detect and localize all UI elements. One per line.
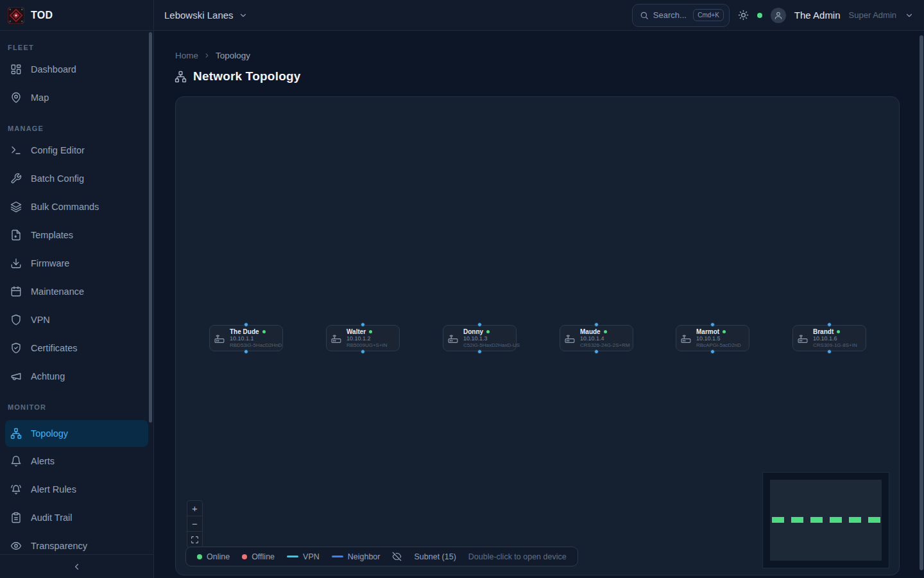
org-name: Lebowski Lanes (164, 10, 234, 21)
sidebar-item-label: Transparency (31, 541, 87, 551)
sidebar-item-alert-rules[interactable]: Alert Rules (5, 480, 148, 498)
router-icon (565, 333, 576, 344)
sidebar-item-bulk-commands[interactable]: Bulk Commands (5, 198, 148, 216)
sidebar-item-achtung[interactable]: Achtung (5, 367, 148, 385)
connection-handle[interactable] (244, 322, 248, 327)
section-label-manage: MANAGE (0, 117, 153, 141)
bell-ring-icon (10, 484, 22, 495)
connection-handle[interactable] (477, 322, 482, 327)
device-node-maude[interactable]: Maude 10.10.1.4 CRS326-24G-2S+RM (560, 325, 633, 351)
sidebar-item-label: Alert Rules (31, 484, 76, 495)
tod-logo-icon (8, 7, 24, 24)
device-node-brandt[interactable]: Brandt 10.10.1.6 CRS309-1G-8S+IN (792, 325, 866, 351)
connection-handle[interactable] (244, 349, 248, 354)
sidebar-item-alerts[interactable]: Alerts (5, 452, 148, 470)
sidebar-item-map[interactable]: Map (5, 89, 148, 107)
legend-vpn: VPN (287, 552, 320, 561)
sun-icon (738, 10, 749, 21)
sidebar-item-maintenance[interactable]: Maintenance (5, 283, 148, 301)
topology-canvas[interactable]: The Dude 10.10.1.1 RBD53iG-5HacD2HnD Wal… (175, 96, 900, 575)
online-status-dot (262, 330, 266, 333)
zoom-in-button[interactable]: + (187, 501, 202, 516)
sidebar-item-vpn[interactable]: VPN (5, 311, 148, 329)
sidebar-item-certificates[interactable]: Certificates (5, 339, 148, 357)
terminal-icon (10, 144, 22, 156)
sidebar-item-audit-trail[interactable]: Audit Trail (5, 509, 148, 527)
subnet-visibility-toggle[interactable] (392, 552, 402, 561)
connection-handle[interactable] (827, 349, 832, 354)
device-model: RBcAPGi-5acD2nD (696, 342, 741, 349)
sidebar-item-batch-config[interactable]: Batch Config (5, 170, 148, 188)
device-model: C52iG-5HaxD2HaxD-US (463, 342, 520, 349)
user-name: The Admin (794, 10, 841, 21)
device-node-walter[interactable]: Walter 10.10.1.2 RB5009UG+S+IN (326, 325, 400, 351)
device-node-marmot[interactable]: Marmot 10.10.1.5 RBcAPGi-5acD2nD (676, 325, 749, 351)
avatar[interactable] (771, 8, 786, 23)
device-name: Brandt (813, 328, 834, 335)
search-input[interactable] (653, 10, 689, 20)
connection-handle[interactable] (477, 349, 482, 354)
sidebar-item-firmware[interactable]: Firmware (5, 254, 148, 272)
main-content: Home Topology Network Topology The Dude … (154, 31, 924, 578)
top-bar: TOD Lebowski Lanes Cmd+K The Admin Super… (0, 0, 924, 31)
global-search[interactable]: Cmd+K (632, 4, 730, 27)
device-name: Donny (463, 328, 483, 335)
connection-handle[interactable] (594, 349, 599, 354)
theme-toggle-button[interactable] (738, 10, 749, 21)
legend-neighbor: Neighbor (332, 552, 381, 561)
fit-view-button[interactable] (187, 532, 202, 547)
device-name: The Dude (230, 328, 259, 335)
megaphone-icon (10, 371, 22, 382)
zoom-out-button[interactable]: − (187, 516, 202, 532)
minimap-node (830, 517, 842, 523)
connection-handle[interactable] (361, 322, 365, 327)
device-node-the-dude[interactable]: The Dude 10.10.1.1 RBD53iG-5HacD2HnD (209, 325, 283, 351)
connection-handle[interactable] (827, 322, 832, 327)
router-icon (331, 333, 342, 344)
network-topology-icon (10, 428, 22, 439)
network-topology-icon (175, 71, 187, 83)
connection-handle[interactable] (710, 322, 715, 327)
sidebar-collapse-button[interactable] (0, 554, 153, 578)
connection-handle[interactable] (361, 349, 365, 354)
sidebar-item-label: Alerts (31, 456, 55, 466)
sidebar-item-label: Maintenance (31, 286, 84, 297)
breadcrumb-home-link[interactable]: Home (175, 51, 198, 60)
fit-view-icon (191, 536, 199, 544)
bell-icon (10, 455, 22, 467)
minimap-node (772, 517, 784, 523)
sidebar-item-templates[interactable]: Templates (5, 226, 148, 244)
device-node-donny[interactable]: Donny 10.10.1.3 C52iG-5HaxD2HaxD-US (443, 325, 517, 351)
connection-handle[interactable] (710, 349, 715, 354)
sidebar-item-transparency[interactable]: Transparency (5, 537, 148, 551)
minimap-viewport (770, 480, 882, 561)
sidebar-item-label: Achtung (31, 371, 65, 381)
sidebar-scrollbar[interactable] (149, 32, 152, 423)
user-menu-button[interactable] (905, 11, 914, 20)
topology-legend: Online Offline VPN Neighbor Subnet (15) … (185, 547, 578, 566)
logo-text: TOD (31, 10, 53, 21)
device-ip: 10.10.1.2 (346, 335, 388, 342)
device-model: RBD53iG-5HacD2HnD (230, 342, 282, 349)
online-status-dot (837, 330, 840, 333)
breadcrumb: Home Topology (175, 51, 250, 60)
file-icon (10, 229, 22, 241)
page-scrollbar[interactable] (920, 35, 923, 570)
sidebar-item-config-editor[interactable]: Config Editor (5, 141, 148, 159)
sidebar-item-label: Dashboard (31, 64, 76, 74)
connection-handle[interactable] (594, 322, 599, 327)
device-ip: 10.10.1.4 (580, 335, 630, 342)
user-role: Super Admin (849, 10, 896, 20)
router-icon (681, 333, 692, 344)
minimap[interactable] (762, 472, 889, 568)
sidebar-item-label: Certificates (31, 343, 78, 353)
device-model: CRS326-24G-2S+RM (580, 342, 630, 349)
chevron-down-icon (239, 11, 248, 20)
sidebar-item-dashboard[interactable]: Dashboard (5, 60, 148, 78)
online-status-dot (604, 330, 607, 333)
vpn-line-swatch (287, 556, 298, 557)
chevron-down-icon (905, 11, 914, 20)
org-switcher[interactable]: Lebowski Lanes (164, 10, 248, 21)
sidebar-item-topology[interactable]: Topology (5, 420, 148, 447)
device-model: CRS309-1G-8S+IN (813, 342, 857, 349)
